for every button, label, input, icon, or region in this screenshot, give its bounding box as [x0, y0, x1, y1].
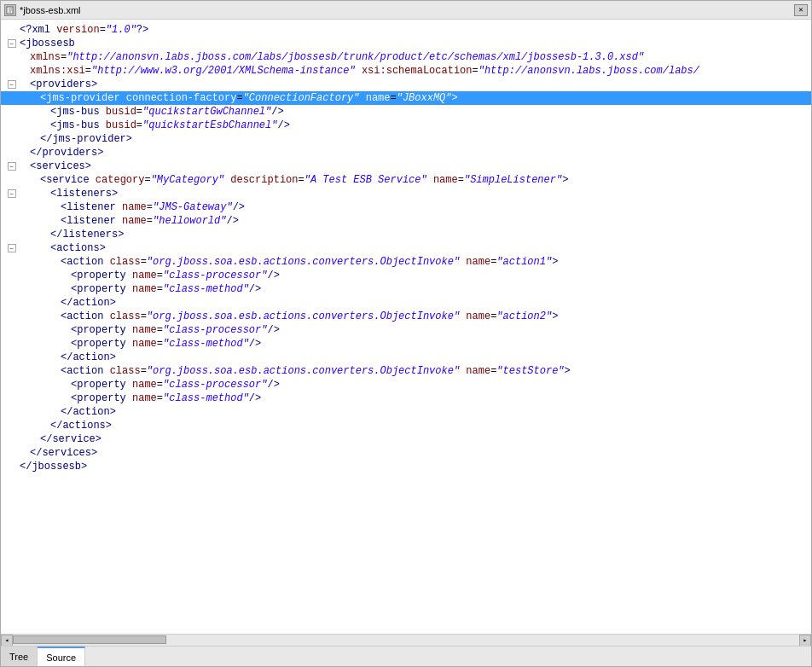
xml-line-7[interactable]: <jms-bus busid="qucikstartGwChannel"/> — [1, 105, 811, 119]
line-gutter-11: − — [4, 162, 20, 171]
xml-line-11[interactable]: −<services> — [1, 160, 811, 173]
xml-line-28[interactable]: <property name="class-method"/> — [1, 392, 811, 405]
line-content-31: </service> — [40, 433, 102, 445]
line-content-33: </jbossesb> — [20, 461, 87, 473]
xml-line-17[interactable]: −<actions> — [1, 241, 811, 255]
line-content-10: </providers> — [30, 147, 103, 159]
window-title: *jboss-esb.xml — [20, 5, 791, 15]
xml-line-14[interactable]: <listener name="JMS-Gateway"/> — [1, 200, 811, 214]
collapse-button-5[interactable]: − — [8, 80, 16, 89]
line-content-8: <jms-bus busid="quickstartEsbChannel"/> — [50, 119, 290, 131]
line-content-1: <?xml version="1.0"?> — [20, 24, 148, 36]
line-gutter-5: − — [4, 80, 20, 89]
line-content-7: <jms-bus busid="qucikstartGwChannel"/> — [50, 106, 284, 118]
line-content-24: <property name="class-method"/> — [71, 338, 261, 350]
editor-window: *jboss-esb.xml ✕ <?xml version="1.0"?>−<… — [0, 0, 812, 667]
tab-source[interactable]: Source — [38, 647, 85, 666]
bottom-tabs: Tree Source — [1, 646, 811, 666]
line-content-23: <property name="class-processor"/> — [71, 324, 280, 336]
xml-line-9[interactable]: </jms-provider> — [1, 132, 811, 146]
collapse-button-17[interactable]: − — [8, 244, 16, 252]
title-bar: *jboss-esb.xml ✕ — [1, 1, 811, 20]
line-content-30: </actions> — [50, 420, 112, 432]
xml-line-31[interactable]: </service> — [1, 432, 811, 446]
xml-line-19[interactable]: <property name="class-processor"/> — [1, 269, 811, 282]
collapse-button-11[interactable]: − — [8, 162, 16, 171]
line-content-5: <providers> — [30, 78, 97, 90]
xml-line-22[interactable]: <action class="org.jboss.soa.esb.actions… — [1, 310, 811, 323]
xml-line-32[interactable]: </services> — [1, 446, 811, 460]
horizontal-scrollbar[interactable]: ◂ ▸ — [1, 634, 811, 646]
xml-line-13[interactable]: −<listeners> — [1, 187, 811, 200]
xml-line-4[interactable]: xmlns:xsi="http://www.w3.org/2001/XMLSch… — [1, 64, 811, 78]
line-content-28: <property name="class-method"/> — [71, 392, 261, 404]
line-content-2: <jbossesb — [20, 38, 75, 49]
line-content-9: </jms-provider> — [40, 133, 132, 145]
xml-line-2[interactable]: −<jbossesb — [1, 37, 811, 50]
xml-line-5[interactable]: −<providers> — [1, 78, 811, 91]
xml-line-10[interactable]: </providers> — [1, 146, 811, 160]
editor-area: <?xml version="1.0"?>−<jbossesbxmlns="ht… — [1, 20, 811, 646]
line-content-17: <actions> — [50, 242, 106, 254]
line-content-14: <listener name="JMS-Gateway"/> — [61, 201, 245, 213]
line-gutter-2: − — [4, 39, 20, 48]
collapse-button-13[interactable]: − — [8, 189, 16, 198]
xml-line-8[interactable]: <jms-bus busid="quickstartEsbChannel"/> — [1, 119, 811, 132]
xml-line-29[interactable]: </action> — [1, 405, 811, 419]
line-content-15: <listener name="helloworld"/> — [61, 215, 239, 227]
line-gutter-17: − — [4, 244, 20, 252]
line-content-25: </action> — [61, 351, 116, 363]
file-icon — [4, 4, 16, 16]
window-controls: ✕ — [794, 4, 808, 16]
line-content-4: xmlns:xsi="http://www.w3.org/2001/XMLSch… — [30, 65, 699, 77]
xml-line-30[interactable]: </actions> — [1, 419, 811, 432]
xml-line-12[interactable]: <service category="MyCategory" descripti… — [1, 173, 811, 187]
close-button[interactable]: ✕ — [794, 4, 808, 16]
xml-line-25[interactable]: </action> — [1, 351, 811, 364]
xml-line-23[interactable]: <property name="class-processor"/> — [1, 323, 811, 337]
line-content-6: <jms-provider connection-factory="Connec… — [40, 92, 458, 104]
scrollbar-thumb[interactable] — [13, 635, 166, 644]
xml-line-27[interactable]: <property name="class-processor"/> — [1, 378, 811, 392]
collapse-button-2[interactable]: − — [8, 39, 16, 48]
xml-editor[interactable]: <?xml version="1.0"?>−<jbossesbxmlns="ht… — [1, 20, 811, 634]
tab-tree[interactable]: Tree — [1, 647, 38, 666]
line-content-16: </listeners> — [50, 229, 124, 241]
xml-line-24[interactable]: <property name="class-method"/> — [1, 337, 811, 351]
line-content-19: <property name="class-processor"/> — [71, 270, 280, 281]
xml-line-33[interactable]: </jbossesb> — [1, 460, 811, 473]
line-content-32: </services> — [30, 447, 97, 459]
xml-line-16[interactable]: </listeners> — [1, 228, 811, 241]
xml-line-3[interactable]: xmlns="http://anonsvn.labs.jboss.com/lab… — [1, 50, 811, 64]
line-content-21: </action> — [61, 297, 116, 309]
scroll-left-button[interactable]: ◂ — [1, 635, 13, 647]
xml-line-6[interactable]: <jms-provider connection-factory="Connec… — [1, 91, 811, 105]
line-content-12: <service category="MyCategory" descripti… — [40, 174, 568, 186]
line-content-3: xmlns="http://anonsvn.labs.jboss.com/lab… — [30, 51, 644, 63]
line-content-26: <action class="org.jboss.soa.esb.actions… — [61, 365, 571, 377]
xml-line-15[interactable]: <listener name="helloworld"/> — [1, 214, 811, 228]
line-content-18: <action class="org.jboss.soa.esb.actions… — [61, 256, 558, 268]
line-content-11: <services> — [30, 160, 91, 172]
line-content-29: </action> — [61, 406, 116, 418]
xml-line-21[interactable]: </action> — [1, 296, 811, 310]
line-content-20: <property name="class-method"/> — [71, 283, 261, 295]
line-content-13: <listeners> — [50, 188, 118, 200]
xml-line-26[interactable]: <action class="org.jboss.soa.esb.actions… — [1, 364, 811, 378]
scrollbar-track[interactable] — [13, 635, 799, 646]
xml-line-1[interactable]: <?xml version="1.0"?> — [1, 23, 811, 37]
line-content-22: <action class="org.jboss.soa.esb.actions… — [61, 310, 558, 322]
xml-line-18[interactable]: <action class="org.jboss.soa.esb.actions… — [1, 255, 811, 269]
line-content-27: <property name="class-processor"/> — [71, 379, 280, 391]
line-gutter-13: − — [4, 189, 20, 198]
scroll-right-button[interactable]: ▸ — [799, 635, 811, 647]
xml-line-20[interactable]: <property name="class-method"/> — [1, 282, 811, 296]
